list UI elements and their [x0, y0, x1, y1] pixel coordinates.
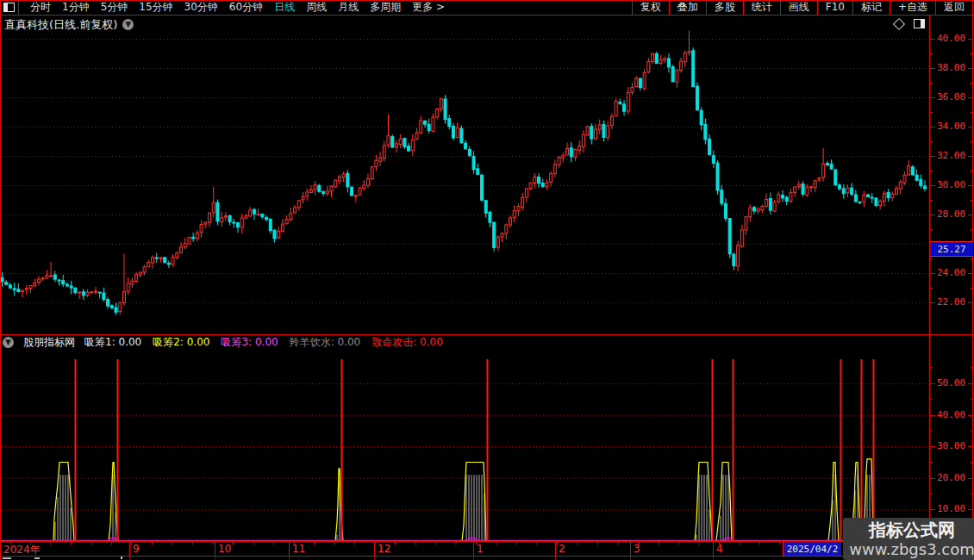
- title-right-icons: [895, 19, 925, 28]
- period-tabs: 分时1分钟5分钟15分钟30分钟60分钟日线周线月线多周期更多 >: [19, 0, 445, 15]
- indicator-value-4: 致命攻击: 0.00: [371, 335, 443, 350]
- period-tab-3[interactable]: 15分钟: [139, 0, 172, 15]
- sub-axis-label: 30.00: [937, 440, 965, 451]
- month-label: 1: [477, 543, 484, 555]
- period-tab-0[interactable]: 分时: [30, 0, 51, 15]
- price-axis-label: 36.00: [937, 91, 965, 103]
- price-axis-label: 34.00: [937, 121, 965, 132]
- toolbar-button-4[interactable]: 画线: [780, 0, 817, 15]
- indicator-header: ▼ 股朋指标网 吸筹1: 0.00吸筹2: 0.00吸筹3: 0.00羚羊饮水:…: [3, 336, 443, 349]
- sub-axis-label: 20.00: [937, 472, 965, 483]
- split-window-icon: [3, 3, 15, 12]
- month-label: 10: [218, 543, 231, 555]
- watermark-title: 指标公式网: [869, 520, 955, 540]
- diamond-icon[interactable]: [893, 17, 905, 29]
- period-tab-7[interactable]: 周线: [306, 0, 327, 15]
- period-tab-10[interactable]: 更多 >: [412, 0, 445, 15]
- indicator-value-3: 羚羊饮水: 0.00: [290, 335, 361, 350]
- chevron-down-icon[interactable]: ▼: [122, 19, 134, 30]
- current-date-badge: 2025/04/2: [783, 542, 841, 556]
- month-label: 2: [559, 543, 565, 555]
- site-watermark: 指标公式网 www.zbgs3.com: [843, 518, 974, 560]
- period-tab-5[interactable]: 60分钟: [229, 0, 263, 15]
- stock-titlebar[interactable]: 直真科技(日线.前复权) ▼: [4, 17, 134, 32]
- toolbar-button-5[interactable]: F10: [817, 0, 852, 15]
- period-tab-8[interactable]: 月线: [338, 0, 359, 15]
- price-axis-label: 30.00: [937, 179, 965, 190]
- price-axis-label: 28.00: [937, 208, 965, 220]
- period-tab-9[interactable]: 多周期: [370, 0, 401, 15]
- toolbar-button-6[interactable]: 标记: [852, 0, 890, 15]
- price-axis-label: 32.00: [937, 150, 965, 161]
- period-tab-1[interactable]: 1分钟: [62, 0, 90, 15]
- current-price-badge: 25.27: [930, 241, 973, 257]
- toolbar-button-3[interactable]: 统计: [743, 0, 780, 15]
- year-label: 2024年: [3, 543, 41, 557]
- indicator-value-2: 吸筹3: 0.00: [221, 335, 278, 350]
- month-label: 3: [634, 543, 640, 555]
- sub-axis-label: 10.00: [937, 503, 965, 514]
- toolbar-button-2[interactable]: 多股: [706, 0, 743, 15]
- month-label: 11: [292, 543, 305, 555]
- toolbar-button-8[interactable]: 返回: [935, 0, 972, 15]
- split-pane-icon[interactable]: [914, 19, 925, 28]
- toolbar-right-buttons: 复权叠加多股统计画线F10标记+自选返回: [632, 0, 973, 15]
- indicator-value-1: 吸筹2: 0.00: [153, 335, 209, 350]
- price-axis-label: 40.00: [937, 33, 965, 44]
- month-label: 4: [716, 543, 723, 555]
- watermark-url: www.zbgs3.com: [849, 540, 974, 558]
- indicator-value-0: 吸筹1: 0.00: [84, 335, 141, 350]
- toolbar-button-0[interactable]: 复权: [632, 0, 669, 15]
- indicator-values: 吸筹1: 0.00吸筹2: 0.00吸筹3: 0.00羚羊饮水: 0.00致命攻…: [84, 335, 443, 350]
- indicator-source: 股朋指标网: [23, 335, 75, 350]
- price-axis-label: 24.00: [937, 267, 965, 278]
- stock-title: 直真科技(日线.前复权): [4, 17, 117, 33]
- month-label: 12: [378, 543, 390, 555]
- period-tab-4[interactable]: 30分钟: [184, 0, 218, 15]
- sub-axis-label: 40.00: [937, 409, 965, 420]
- price-axis-label: 22.00: [937, 296, 965, 308]
- price-axis-label: 38.00: [937, 62, 965, 73]
- period-toolbar: 分时1分钟5分钟15分钟30分钟60分钟日线周线月线多周期更多 > 复权叠加多股…: [0, 0, 974, 15]
- period-tab-6[interactable]: 日线: [274, 0, 295, 15]
- tdx-window: 分时1分钟5分钟15分钟30分钟60分钟日线周线月线多周期更多 > 复权叠加多股…: [0, 0, 974, 560]
- sub-axis-label: 50.00: [937, 377, 965, 389]
- window-split-button[interactable]: [0, 0, 19, 15]
- toolbar-button-1[interactable]: 叠加: [669, 0, 706, 15]
- chart-canvas[interactable]: [0, 0, 974, 560]
- toolbar-button-7[interactable]: +自选: [890, 0, 935, 15]
- indicator-collapse-icon[interactable]: ▼: [3, 337, 14, 348]
- period-tab-2[interactable]: 5分钟: [101, 0, 128, 15]
- month-label: 9: [133, 543, 140, 555]
